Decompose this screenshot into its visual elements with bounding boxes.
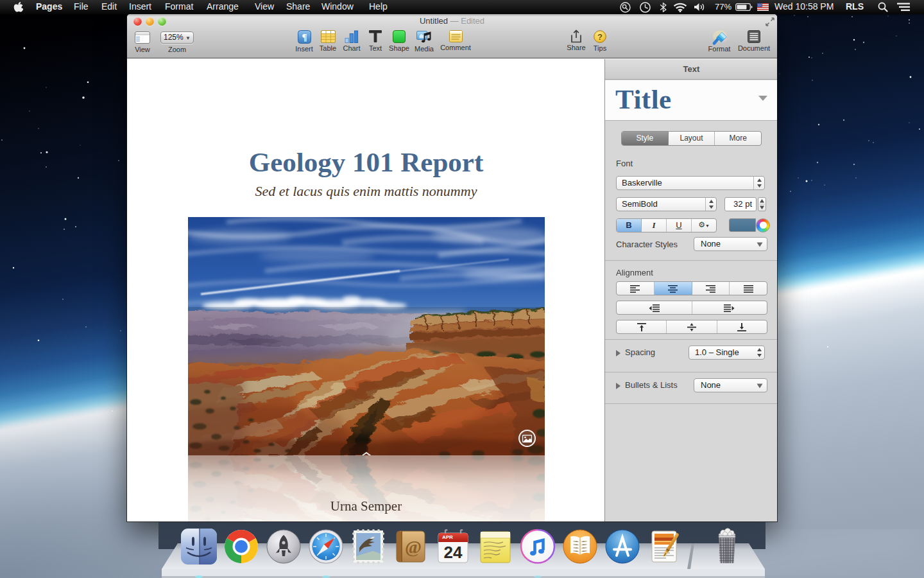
- svg-text:¶: ¶: [302, 32, 307, 42]
- svg-text:?: ?: [597, 32, 603, 42]
